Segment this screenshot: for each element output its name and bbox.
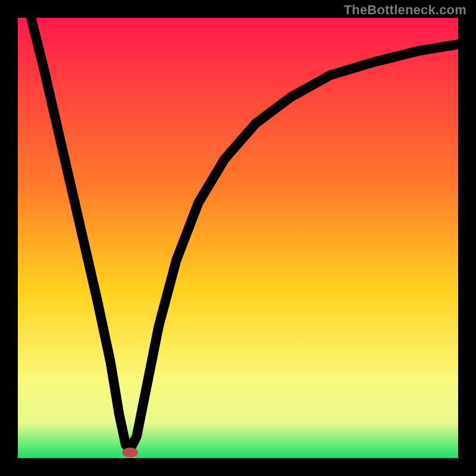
chart-svg [18, 18, 458, 458]
plot-area [18, 18, 458, 458]
chart-frame: TheBottleneck.com [0, 0, 476, 476]
watermark-text: TheBottleneck.com [344, 2, 466, 18]
optimal-point-marker [122, 447, 138, 457]
